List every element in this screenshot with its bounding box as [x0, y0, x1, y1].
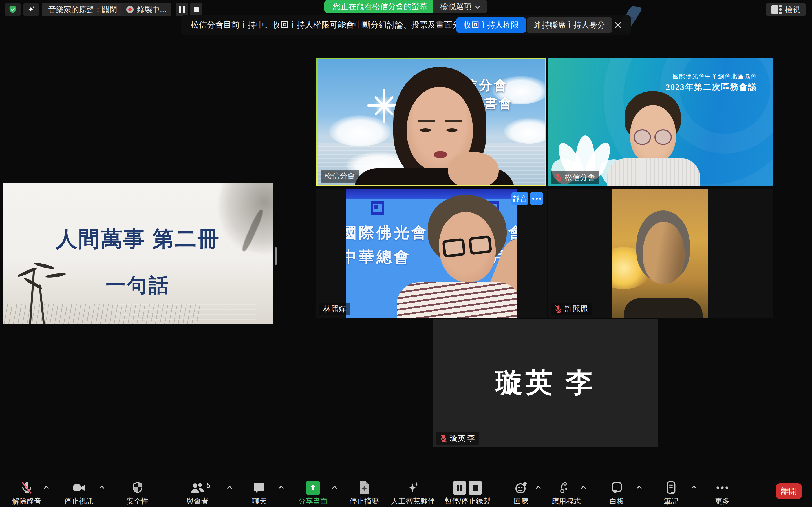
security-shield-button[interactable]	[4, 3, 21, 16]
video-tile-cohost[interactable]: 國際佛光會中華總會北區協會 2023年第二次區務會議 松信分會	[548, 58, 773, 186]
summary-doc-icon	[358, 481, 370, 495]
participants-icon	[190, 481, 205, 495]
meeting-toolbar: 解除靜音 停止視訊 安全性 與會者 5	[0, 479, 812, 507]
muted-mic-icon	[555, 173, 562, 182]
reactions-smiley-icon	[514, 481, 528, 495]
leave-meeting-button[interactable]: 離開	[776, 483, 802, 499]
more-dots-icon	[715, 481, 730, 495]
stop-icon	[194, 7, 199, 12]
shield-check-icon	[8, 5, 17, 14]
meander-decoration	[371, 201, 384, 215]
tile1-name-badge: 松信分會	[320, 170, 359, 182]
participants-button[interactable]: 與會者 5	[163, 481, 231, 506]
tile4-name-badge: 許麗麗	[551, 302, 592, 316]
whiteboard-icon	[610, 481, 624, 495]
apps-icon	[560, 481, 573, 495]
share-screen-icon	[306, 481, 320, 495]
notes-icon	[665, 481, 677, 495]
video-camera-icon	[72, 481, 86, 495]
stop-video-button[interactable]: 停止視訊	[45, 481, 113, 506]
tile2-name-badge: 松信分會	[551, 171, 599, 184]
original-sound-button[interactable]: 音樂家的原聲：關閉	[42, 3, 124, 16]
tile5-display-name: 璇英 李	[433, 319, 658, 447]
video-tile-participant-4[interactable]: 許麗麗	[548, 189, 773, 318]
close-icon[interactable]	[613, 20, 622, 30]
recording-indicator: 錄製中...	[121, 3, 171, 16]
recording-label: 錄製中...	[137, 4, 166, 15]
chevron-down-icon	[475, 3, 480, 8]
tile5-name-badge: 璇英 李	[436, 432, 479, 445]
shared-screen-slide: 人間萬事 第二冊 一句話	[3, 182, 273, 324]
view-label: 檢視	[785, 4, 800, 15]
ai-companion-topbar-button[interactable]	[23, 3, 40, 16]
tile3-more-button[interactable]	[530, 192, 543, 205]
recording-dot-icon	[126, 6, 134, 13]
slide-resize-handle[interactable]	[275, 247, 276, 265]
more-button[interactable]: 更多	[689, 481, 756, 506]
video-tile-active-speaker[interactable]: 松信分會 讀書會 松信分會	[316, 58, 546, 186]
tile3-name-badge: 林麗嬋	[319, 302, 350, 316]
muted-mic-icon	[555, 305, 562, 313]
ai-sparkle-icon	[406, 481, 420, 495]
viewing-screen-banner: 您正在觀看松信分會的螢幕	[324, 0, 436, 13]
host-permission-banner: 松信分會目前主持中。收回主持人權限可能會中斷分組討論、投票及畫面分享 收回主持人…	[181, 15, 631, 35]
view-options-label: 檢視選項	[440, 1, 472, 12]
security-shield-icon	[131, 481, 144, 495]
tile3-bg-text-left: 國際佛光會 中華總會	[346, 220, 429, 269]
muted-mic-icon	[440, 434, 447, 443]
view-options-button[interactable]: 檢視選項	[433, 0, 487, 13]
viewing-screen-text: 您正在觀看松信分會的螢幕	[333, 1, 427, 12]
slide-title: 人間萬事 第二冊	[3, 225, 273, 254]
participants-count: 5	[206, 481, 210, 490]
video-tile-participant-3[interactable]: 國際佛光會 中華總會 分會 月例 靜音 林麗嬋	[316, 189, 547, 318]
muted-mic-icon	[20, 481, 34, 495]
security-button[interactable]: 安全性	[104, 481, 171, 506]
keep-cohost-button[interactable]: 維持聯席主持人身分	[527, 17, 612, 33]
view-layout-button[interactable]: 檢視	[766, 3, 806, 16]
tile2-bg-title: 國際佛光會中華總會北區協會 2023年第二次區務會議	[666, 72, 757, 93]
pause-stop-recording-icon	[453, 481, 482, 495]
tile3-mute-button[interactable]: 靜音	[511, 192, 528, 205]
chat-bubble-icon	[253, 481, 266, 495]
gallery-view-icon	[771, 5, 781, 14]
sparkle-icon	[27, 5, 36, 14]
reclaim-host-button[interactable]: 收回主持人權限	[456, 17, 526, 33]
pause-icon	[179, 6, 185, 13]
stop-recording-button[interactable]	[190, 3, 202, 16]
original-sound-label: 音樂家的原聲：關閉	[49, 4, 117, 15]
host-banner-message: 松信分會目前主持中。收回主持人權限可能會中斷分組討論、投票及畫面分享	[191, 19, 469, 31]
pause-recording-button[interactable]	[176, 3, 188, 16]
video-tile-participant-5[interactable]: 璇英 李 璇英 李	[433, 319, 658, 447]
